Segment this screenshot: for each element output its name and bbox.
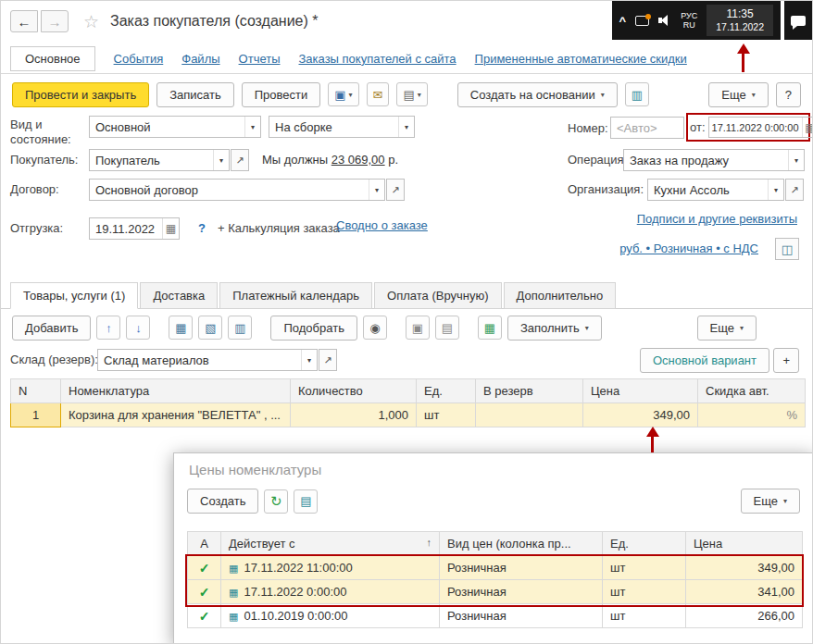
col-price[interactable]: Цена	[583, 379, 698, 403]
copy-rows-button[interactable]: ▣	[406, 316, 430, 340]
number-input[interactable]: <Авто>	[610, 117, 684, 139]
reports-structure-button[interactable]: ▥	[625, 82, 649, 106]
contract-select[interactable]: Основной договор ▾	[89, 179, 385, 201]
cell-quantity[interactable]: 1,000	[291, 403, 417, 427]
forward-button[interactable]: →	[41, 10, 69, 32]
calendar-icon[interactable]: ▦	[802, 118, 813, 137]
tab-delivery[interactable]: Доставка	[140, 282, 218, 309]
tab-files[interactable]: Файлы	[181, 52, 219, 66]
print-button[interactable]: ▤ ▾	[396, 82, 427, 106]
calculator-button[interactable]: ◫	[775, 238, 799, 260]
open-customer-button[interactable]: ↗	[231, 149, 249, 171]
add-row-button[interactable]: Добавить	[12, 316, 91, 341]
view-button[interactable]: ◉	[363, 316, 387, 340]
price-row[interactable]: ✓ ▦17.11.2022 11:00:00 Розничная шт 349,…	[188, 556, 803, 580]
price-tool-button[interactable]: ▧	[198, 316, 222, 340]
order-state-select[interactable]: На сборке ▾	[269, 116, 415, 138]
cell-price[interactable]: 341,00	[686, 580, 803, 604]
cell-effective-date[interactable]: ▦01.10.2019 0:00:00	[221, 604, 440, 628]
cell-effective-date[interactable]: ▦17.11.2022 11:00:00	[221, 556, 440, 580]
create-based-on-button[interactable]: Создать на основании ▾	[457, 82, 618, 107]
cell-price[interactable]: 349,00	[583, 403, 698, 427]
cell-price[interactable]: 349,00	[686, 556, 803, 580]
cell-price-kind[interactable]: Розничная	[440, 580, 603, 604]
main-variant-button[interactable]: Основной вариант	[640, 348, 769, 373]
tab-additional[interactable]: Дополнительно	[504, 282, 617, 309]
language-indicator[interactable]: РУС RU	[681, 11, 697, 31]
caret-down-icon[interactable]: ▾	[244, 117, 260, 137]
table-settings-button[interactable]: ▦	[478, 316, 502, 340]
cell-unit[interactable]: шт	[417, 403, 476, 427]
col-unit[interactable]: Ед.	[417, 379, 476, 403]
currency-price-link[interactable]: руб. • Розничная • с НДС	[619, 242, 758, 255]
price-row[interactable]: ✓ ▦17.11.2022 0:00:00 Розничная шт 341,0…	[188, 580, 803, 604]
date-input[interactable]: 17.11.2022 0:00:00 ▦	[708, 117, 813, 138]
cell-n[interactable]: 1	[11, 403, 61, 427]
caret-down-icon[interactable]: ▾	[398, 117, 414, 137]
operation-select[interactable]: Заказ на продажу ▾	[623, 149, 805, 171]
col-nomenclature[interactable]: Номенклатура	[61, 379, 291, 403]
help-button[interactable]: ?	[776, 82, 801, 107]
col-active[interactable]: А	[188, 532, 221, 556]
calendar-icon[interactable]: ▦	[162, 218, 179, 239]
list-settings-button[interactable]: ▤	[294, 489, 318, 514]
table-row[interactable]: 1 Корзина для хранения "ВЕЛЕТТА" , ... 1…	[11, 403, 806, 427]
tab-site-orders[interactable]: Заказы покупателей с сайта	[299, 52, 457, 66]
tab-auto-discounts[interactable]: Примененные автоматические скидки	[475, 52, 687, 66]
cell-price-kind[interactable]: Розничная	[440, 604, 603, 628]
caret-down-icon[interactable]: ▾	[213, 150, 229, 170]
discount-tool-button[interactable]: ▥	[228, 316, 252, 340]
tab-events[interactable]: События	[114, 52, 164, 66]
tab-payment-calendar[interactable]: Платежный календарь	[219, 282, 372, 309]
col-unit[interactable]: Ед.	[603, 532, 686, 556]
add-variant-button[interactable]: +	[773, 348, 799, 373]
move-down-button[interactable]: ↓	[126, 316, 150, 340]
col-quantity[interactable]: Количество	[291, 379, 417, 403]
tab-goods-services[interactable]: Товары, услуги (1)	[10, 282, 138, 309]
refresh-button[interactable]: ↻	[264, 489, 288, 514]
write-button[interactable]: Записать	[156, 82, 234, 107]
debt-amount-link[interactable]: 23 069,00	[331, 153, 385, 167]
open-organization-button[interactable]: ↗	[785, 179, 804, 201]
open-warehouse-button[interactable]: ↗	[319, 349, 337, 371]
back-button[interactable]: ←	[10, 10, 38, 32]
cell-unit[interactable]: шт	[603, 580, 686, 604]
caret-down-icon[interactable]: ▾	[369, 180, 384, 200]
order-summary-link[interactable]: Сводно о заказе	[336, 217, 394, 234]
caret-down-icon[interactable]: ▾	[301, 350, 317, 370]
cell-unit[interactable]: шт	[603, 604, 686, 628]
pick-items-button[interactable]: Подобрать	[270, 316, 356, 341]
col-discount[interactable]: Скидка авт.	[698, 379, 806, 403]
clock[interactable]: 11:35 17.11.2022	[707, 5, 773, 36]
calculation-text[interactable]: + Калькуляция заказа	[218, 221, 340, 236]
cell-nomenclature[interactable]: Корзина для хранения "ВЕЛЕТТА" , ...	[61, 403, 291, 427]
shipment-date-input[interactable]: 19.11.2022 ▦	[89, 217, 180, 240]
favorite-star-icon[interactable]: ☆	[83, 11, 99, 32]
open-contract-button[interactable]: ↗	[386, 179, 405, 201]
cell-discount[interactable]: %	[698, 403, 806, 427]
warehouse-select[interactable]: Склад материалов ▾	[97, 349, 318, 371]
prices-more-button[interactable]: Еще ▾	[741, 489, 800, 514]
shipment-help-icon[interactable]: ?	[198, 221, 206, 235]
col-effective-date[interactable]: Действует с ↑	[221, 532, 440, 556]
tab-reports[interactable]: Отчеты	[239, 52, 281, 66]
col-n[interactable]: N	[11, 379, 61, 403]
create-price-button[interactable]: Создать	[187, 489, 258, 514]
col-reserve[interactable]: В резерв	[476, 379, 583, 403]
tab-payment[interactable]: Оплата (Вручную)	[374, 282, 501, 309]
requisites-link[interactable]: Подписи и другие реквизиты	[637, 212, 797, 226]
cell-unit[interactable]: шт	[603, 556, 686, 580]
tab-main[interactable]: Основное	[10, 46, 95, 71]
order-kind-select[interactable]: Основной ▾	[89, 116, 261, 138]
speaker-icon[interactable]	[658, 15, 671, 26]
caret-down-icon[interactable]: ▾	[768, 180, 783, 200]
col-price-kind[interactable]: Вид цен (колонка пр...	[440, 532, 603, 556]
more-button[interactable]: Еще ▾	[708, 82, 768, 107]
col-price[interactable]: Цена	[686, 532, 803, 556]
cell-reserve[interactable]	[476, 403, 583, 427]
reserve-tool-button[interactable]: ▦	[169, 316, 193, 340]
send-email-button[interactable]: ✉	[367, 82, 390, 106]
items-more-button[interactable]: Еще ▾	[697, 316, 757, 341]
chevron-up-icon[interactable]: ^	[619, 14, 627, 28]
move-up-button[interactable]: ↑	[96, 316, 120, 340]
